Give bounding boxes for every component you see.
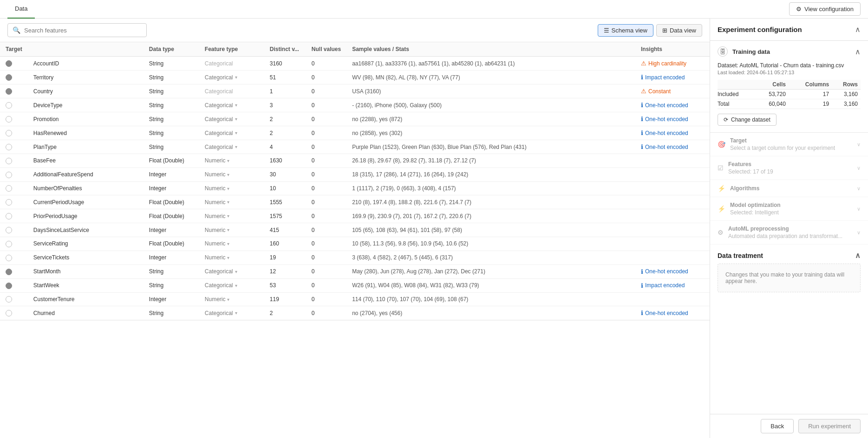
feature-type-dropdown[interactable]: Categorical ▾ [205, 282, 259, 289]
row-target-cell[interactable] [0, 278, 28, 292]
right-panel-spacer [710, 299, 868, 414]
row-dtype-cell: Float (Double) [144, 237, 199, 251]
row-target-cell[interactable] [0, 57, 28, 71]
feature-type-dropdown[interactable]: Numeric ▾ [205, 227, 259, 233]
feature-table: Target Data type Feature type Distinct v… [0, 42, 710, 320]
automl-config-item[interactable]: ⚙ AutoML preprocessing Automated data pr… [710, 221, 868, 245]
row-ftype-cell[interactable]: Categorical ▾ [199, 278, 264, 292]
row-ftype-cell[interactable]: Numeric ▾ [199, 181, 264, 195]
search-input-wrap[interactable]: 🔍 [7, 23, 147, 37]
target-config-item[interactable]: 🎯 Target Select a target column for your… [710, 133, 868, 156]
feature-type-dropdown[interactable]: Categorical ▾ [205, 116, 259, 122]
feature-type-dropdown[interactable]: Categorical ▾ [205, 268, 259, 275]
row-target-cell[interactable] [0, 181, 28, 195]
row-ftype-cell[interactable]: Numeric ▾ [199, 209, 264, 223]
target-radio[interactable] [6, 199, 12, 206]
row-target-cell[interactable] [0, 251, 28, 264]
feature-type-dropdown[interactable]: Categorical ▾ [205, 310, 259, 316]
data-view-label: Data view [670, 27, 696, 34]
change-dataset-button[interactable]: ⟳ Change dataset [718, 114, 777, 126]
target-radio[interactable] [6, 283, 12, 289]
row-target-cell[interactable] [0, 292, 28, 306]
target-radio[interactable] [6, 116, 12, 122]
row-target-cell[interactable] [0, 98, 28, 112]
row-target-cell[interactable] [0, 167, 28, 181]
feature-type-dropdown[interactable]: Numeric ▾ [205, 199, 259, 206]
insight-badge: ⚠Constant [641, 88, 671, 95]
target-radio[interactable] [6, 74, 12, 81]
row-ftype-cell[interactable]: Categorical ▾ [199, 126, 264, 140]
row-ftype-cell[interactable]: Categorical ▾ [199, 306, 264, 320]
algorithms-config-item[interactable]: ⚡ Algorithms ∨ [710, 180, 868, 197]
model-opt-config-item[interactable]: ⚡ Model optimization Selected: Intellige… [710, 197, 868, 221]
view-config-button[interactable]: ⚙ View configuration [789, 2, 861, 16]
data-view-button[interactable]: ⊞ Data view [656, 24, 702, 37]
data-treatment-collapse-icon[interactable]: ∧ [855, 251, 861, 260]
row-ftype-cell[interactable]: Numeric ▾ [199, 251, 264, 264]
target-radio[interactable] [6, 88, 12, 95]
feature-type-dropdown[interactable]: Categorical ▾ [205, 144, 259, 150]
target-radio[interactable] [6, 213, 12, 219]
feature-type-dropdown[interactable]: Numeric ▾ [205, 171, 259, 178]
horizontal-scrollbar[interactable] [0, 320, 710, 324]
row-target-cell[interactable] [0, 112, 28, 126]
row-ftype-cell[interactable]: Categorical ▾ [199, 71, 264, 84]
row-ftype-cell[interactable]: Categorical ▾ [199, 264, 264, 278]
row-target-cell[interactable] [0, 84, 28, 98]
row-ftype-cell[interactable]: Categorical ▾ [199, 98, 264, 112]
row-target-cell[interactable] [0, 126, 28, 140]
row-target-cell[interactable] [0, 237, 28, 251]
features-config-item[interactable]: ☑ Features Selected: 17 of 19 ∨ [710, 156, 868, 180]
row-target-cell[interactable] [0, 264, 28, 278]
target-radio[interactable] [6, 241, 12, 247]
row-insight-cell: ⚠High cardinality [635, 57, 710, 71]
target-radio[interactable] [6, 130, 12, 136]
feature-type-dropdown[interactable]: Categorical ▾ [205, 74, 259, 81]
col-header-distinct: Distinct v... [264, 42, 306, 57]
target-radio[interactable] [6, 185, 12, 192]
target-radio[interactable] [6, 296, 12, 303]
target-radio[interactable] [6, 269, 12, 275]
feature-type-dropdown[interactable]: Categorical ▾ [205, 130, 259, 136]
row-target-cell[interactable] [0, 154, 28, 168]
target-radio[interactable] [6, 310, 12, 316]
feature-type-dropdown[interactable]: Numeric ▾ [205, 157, 259, 164]
algorithms-chevron-icon: ∨ [857, 186, 861, 192]
schema-view-button[interactable]: ☰ Schema view [598, 24, 653, 37]
target-radio[interactable] [6, 158, 12, 164]
back-button[interactable]: Back [761, 419, 794, 433]
row-ftype-cell[interactable]: Numeric ▾ [199, 223, 264, 237]
table-row: ChurnedStringCategorical ▾20no (2704), y… [0, 306, 710, 320]
row-ftype-cell[interactable]: Numeric ▾ [199, 292, 264, 306]
row-ftype-cell[interactable]: Categorical ▾ [199, 140, 264, 154]
collapse-icon[interactable]: ∧ [855, 25, 861, 34]
row-target-cell[interactable] [0, 209, 28, 223]
row-ftype-cell[interactable]: Numeric ▾ [199, 167, 264, 181]
feature-type-dropdown[interactable]: Numeric ▾ [205, 240, 259, 247]
target-radio[interactable] [6, 227, 12, 233]
target-radio[interactable] [6, 144, 12, 150]
data-tab[interactable]: Data [7, 0, 35, 19]
row-target-cell[interactable] [0, 306, 28, 320]
target-radio[interactable] [6, 60, 12, 67]
search-input[interactable] [24, 27, 142, 34]
feature-type-dropdown[interactable]: Numeric ▾ [205, 185, 259, 192]
target-radio[interactable] [6, 255, 12, 261]
row-target-cell[interactable] [0, 223, 28, 237]
row-target-cell[interactable] [0, 195, 28, 209]
row-ftype-cell[interactable]: Numeric ▾ [199, 237, 264, 251]
row-target-cell[interactable] [0, 71, 28, 84]
feature-type-dropdown[interactable]: Categorical ▾ [205, 102, 259, 109]
target-radio[interactable] [6, 102, 12, 109]
training-data-header[interactable]: 🗄 Training data ∧ [710, 41, 868, 62]
row-ftype-cell[interactable]: Numeric ▾ [199, 154, 264, 168]
row-target-cell[interactable] [0, 140, 28, 154]
target-radio[interactable] [6, 172, 12, 178]
feature-type-dropdown[interactable]: Numeric ▾ [205, 296, 259, 303]
row-ftype-cell[interactable]: Numeric ▾ [199, 195, 264, 209]
feature-type-dropdown[interactable]: Numeric ▾ [205, 213, 259, 219]
training-data-collapse-icon[interactable]: ∧ [855, 47, 861, 56]
row-ftype-cell[interactable]: Categorical ▾ [199, 112, 264, 126]
feature-type-dropdown[interactable]: Numeric ▾ [205, 254, 259, 261]
run-experiment-button[interactable]: Run experiment [798, 419, 861, 433]
